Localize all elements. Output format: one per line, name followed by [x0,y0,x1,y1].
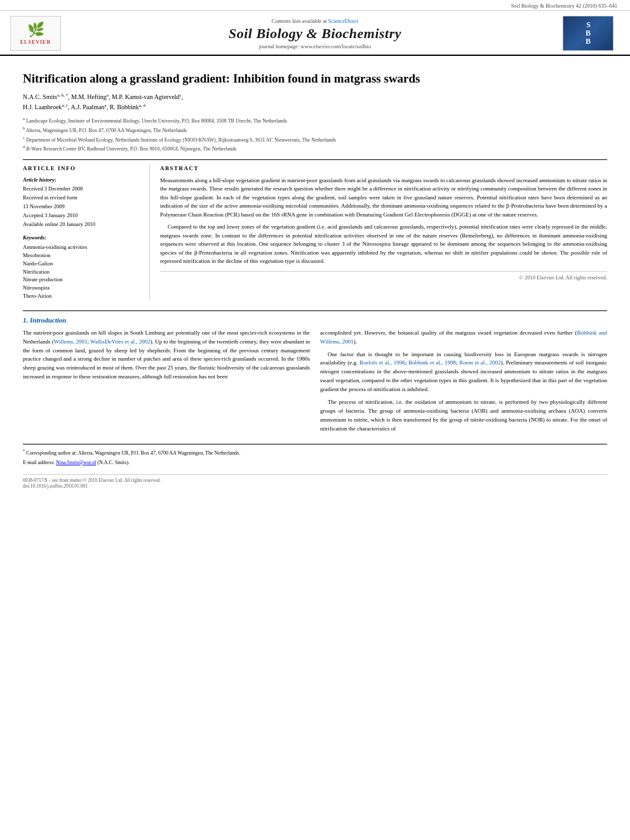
received-date: Received 3 December 2008 [23,185,143,193]
keyword-7: Thero-Airion [23,292,143,300]
author-paalman: A.J. Paalman [71,103,105,110]
keyword-6: Nitrosospira [23,284,143,292]
available-date: Available online 20 January 2010 [23,221,143,229]
article-info-col: ARTICLE INFO Article history: Received 3… [23,165,150,300]
footer-line1: 0038-0717/$ – see front matter © 2010 El… [23,477,607,483]
author-paalman-sup: a [105,103,107,108]
author-bobbink: R. Bobbink [110,103,139,110]
affiliation-d: d B-Ware Research Centre BV, Radboud Uni… [23,143,607,153]
abstract-heading: ABSTRACT [160,165,607,171]
keywords-section: Keywords: Ammonia-oxidising activities M… [23,234,143,300]
ref-bobbink-willems[interactable]: Bobbink and Willems, 2001 [320,330,607,345]
affiliation-a: a Landscape Ecology, Institute of Enviro… [23,116,607,125]
keyword-3: Nardo-Galion [23,260,143,268]
intro-para-2: accomplished yet. However, the botanical… [320,329,607,347]
author-smits-sup: a, b, * [57,93,68,98]
keyword-5: Nitrate production [23,276,143,284]
sbb-logo: SBB [563,16,613,51]
elsevier-brand: ELSEVIER [20,39,51,45]
elsevier-logo-area: 🌿 ELSEVIER [10,16,67,51]
journal-header: 🌿 ELSEVIER Contents lists available at S… [0,11,630,56]
author-hefting: M.M. Hefting [71,93,107,100]
intro-para-1: The nutrient-poor grasslands on hill slo… [23,329,310,382]
section-number: 1. [23,316,28,324]
footnotes: * Corresponding author at: Alterra, Wage… [23,444,607,467]
received-revised-date: 13 November 2009 [23,203,143,211]
ref-bobbink1998[interactable]: Bobbink et al., 1998 [408,359,456,366]
footer-line2: doi:10.1016/j.soilbio.2010.01.001 [23,483,607,489]
received-revised-label: Received in revised form [23,194,143,202]
abstract-text: Measurements along a hill-slope vegetati… [160,177,607,266]
author-laanbroek-sup: a, c [62,103,68,108]
homepage-line: journal homepage: www.elsevier.com/locat… [67,43,563,50]
journal-citation: Soil Biology & Biochemistry 42 (2010) 63… [511,3,617,9]
keywords-label: Keywords: [23,234,143,241]
author-kamst-sup: c [180,93,182,98]
abstract-para-2: Compared to the top and lower zones of t… [160,223,607,266]
elsevier-logo: 🌿 ELSEVIER [10,16,61,51]
contents-label: Contents lists available at [272,18,327,24]
section-title: 1. Introduction [23,316,607,324]
affiliation-b: b Alterra, Wageningen UR, P.O. Box 47, 6… [23,125,607,135]
article-title: Nitrification along a grassland gradient… [23,71,607,87]
affiliation-c: c Department of Microbial Wetland Ecolog… [23,135,607,144]
tree-icon: 🌿 [27,22,44,38]
author-smits: N.A.C. Smits [23,93,57,100]
abstract-para-1: Measurements along a hill-slope vegetati… [160,177,607,220]
footnote-email: E-mail address: Nina.Smits@wur.nl (N.A.C… [23,459,607,467]
keyword-1: Ammonia-oxidising activities [23,243,143,251]
sciencedirect-link-text: ScienceDirect [328,18,359,24]
article-authors: N.A.C. Smitsa, b, *, M.M. Heftinga, M.P.… [23,92,607,113]
intro-col-right: accomplished yet. However, the botanical… [320,329,607,437]
keyword-4: Nitrification [23,268,143,276]
introduction-section: 1. Introduction The nutrient-poor grassl… [23,310,607,437]
section-title-text: Introduction [30,316,66,324]
sciencedirect-link[interactable]: ScienceDirect [328,18,359,24]
intro-col-left: The nutrient-poor grasslands on hill slo… [23,329,310,437]
sbb-letters: SBB [586,21,591,46]
ref-willems[interactable]: Willems, 2001 [54,338,88,345]
journal-citation-bar: Soil Biology & Biochemistry 42 (2010) 63… [0,0,630,11]
sbb-logo-area: SBB [563,16,620,51]
ref-roelofs[interactable]: Roelofs et al., 1996 [359,359,405,366]
contents-line: Contents lists available at ScienceDirec… [67,18,563,24]
intro-para-3: One factor that is thought to be importa… [320,350,607,395]
abstract-col: ABSTRACT Measurements along a hill-slope… [160,165,607,300]
abstract-copyright: © 2010 Elsevier Ltd. All rights reserved… [160,271,607,281]
article-info-abstract-section: ARTICLE INFO Article history: Received 3… [23,159,607,300]
email-link[interactable]: Nina.Smits@wur.nl [56,460,96,465]
keyword-2: Mesobrotion [23,251,143,260]
article-history-label: Article history: [23,177,143,183]
intro-body: The nutrient-poor grasslands on hill slo… [23,329,607,437]
journal-title-area: Contents lists available at ScienceDirec… [67,18,563,50]
author-kamst: M.P. Kamst-van Agterveld [112,93,180,100]
affiliations: a Landscape Ecology, Institute of Enviro… [23,116,607,153]
article-info-heading: ARTICLE INFO [23,165,143,171]
ref-roem[interactable]: Roem et al., 2002 [459,359,500,366]
author-hefting-sup: a [107,93,109,98]
ref-wallisdevries[interactable]: WallisDeVries et al., 2002 [90,338,151,345]
intro-para-4: The process of nitrification, i.e. the o… [320,398,607,434]
footer-bar: 0038-0717/$ – see front matter © 2010 El… [23,474,607,489]
author-laanbroek: H.J. Laanbroek [23,103,62,110]
accepted-date: Accepted 3 January 2010 [23,212,143,220]
journal-title: Soil Biology & Biochemistry [67,25,563,42]
page: Soil Biology & Biochemistry 42 (2010) 63… [0,0,630,840]
footnote-corresponding: * Corresponding author at: Alterra, Wage… [23,448,607,457]
author-bobbink-sup: a, d [139,103,145,108]
main-content: Nitrification along a grassland gradient… [0,56,630,495]
